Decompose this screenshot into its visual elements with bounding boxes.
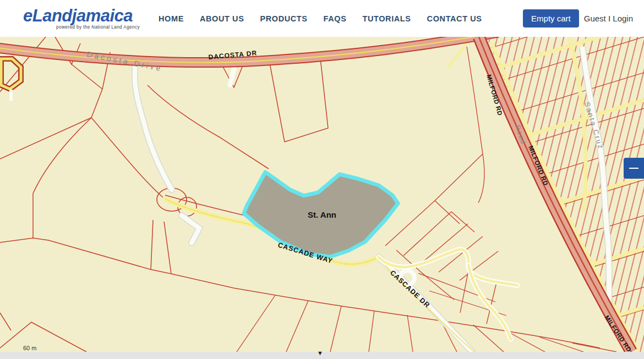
main-nav: HOME ABOUT US PRODUCTS FAQS TUTORIALS CO… bbox=[159, 14, 482, 23]
empty-cart-button[interactable]: Empty cart bbox=[523, 9, 579, 27]
brand-name: eLandjamaica bbox=[23, 7, 142, 24]
nav-tutorials[interactable]: TUTORIALS bbox=[363, 14, 411, 23]
nav-about-us[interactable]: ABOUT US bbox=[200, 14, 244, 23]
eland-jamaica-page: eLandjamaica powered by the National Lan… bbox=[0, 0, 644, 359]
brand-tagline: powered by the National Land Agency bbox=[23, 25, 142, 30]
site-logo[interactable]: eLandjamaica powered by the National Lan… bbox=[23, 7, 142, 30]
guest-login-link[interactable]: Guest I Login bbox=[584, 14, 633, 23]
map-canvas[interactable]: Dacosta Drive DACOSTA DR MILFORD RD Road… bbox=[0, 37, 644, 352]
header-right-group: Empty cart Guest I Login bbox=[523, 9, 644, 27]
top-navbar: eLandjamaica powered by the National Lan… bbox=[0, 0, 644, 37]
nav-faqs[interactable]: FAQS bbox=[324, 14, 347, 23]
nav-products[interactable]: PRODUCTS bbox=[260, 14, 307, 23]
map-container: Dacosta Drive DACOSTA DR MILFORD RD Road… bbox=[0, 37, 644, 352]
minus-icon bbox=[629, 168, 638, 169]
nav-contact-us[interactable]: CONTACT US bbox=[427, 14, 482, 23]
nav-home[interactable]: HOME bbox=[159, 14, 184, 23]
collapse-panel-button[interactable] bbox=[624, 158, 644, 179]
selected-parcel-label: St. Ann bbox=[308, 210, 336, 219]
scale-bar-label: 60 m bbox=[23, 345, 36, 351]
chevron-down-icon[interactable]: ▼ bbox=[317, 350, 323, 357]
bottom-collapse-bar: ▼ bbox=[0, 352, 644, 359]
